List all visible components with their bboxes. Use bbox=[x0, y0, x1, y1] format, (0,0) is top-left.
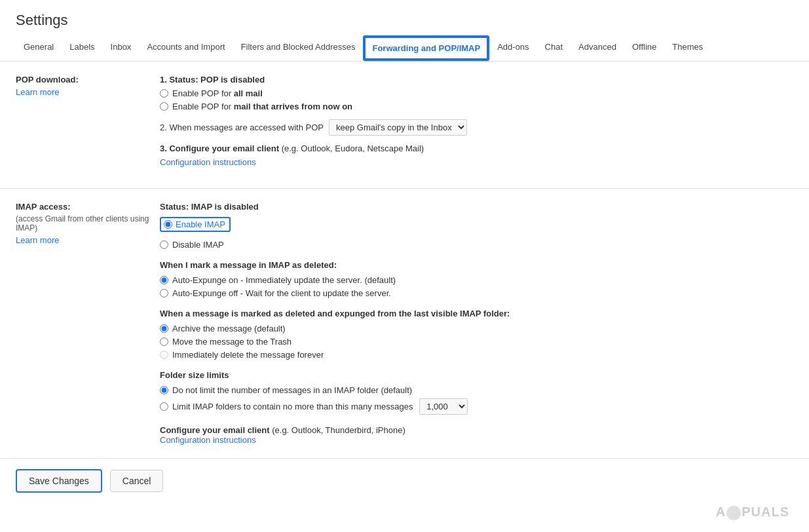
imap-limit-select[interactable]: 1,000 2,000 5,000 10,000 bbox=[419, 398, 468, 415]
imap-archive-label: Archive the message (default) bbox=[172, 324, 286, 333]
tab-labels[interactable]: Labels bbox=[62, 35, 102, 61]
tab-advanced[interactable]: Advanced bbox=[571, 35, 624, 61]
imap-auto-expunge-off-label: Auto-Expunge off - Wait for the client t… bbox=[172, 288, 391, 298]
imap-auto-expunge-on-option[interactable]: Auto-Expunge on - Immediately update the… bbox=[160, 275, 793, 285]
imap-folder-size-section: Folder size limits Do not limit the numb… bbox=[160, 370, 793, 415]
imap-when-expunged-section: When a message is marked as deleted and … bbox=[160, 309, 793, 360]
imap-archive-option[interactable]: Archive the message (default) bbox=[160, 324, 793, 333]
imap-configure-section: Configure your email client (e.g. Outloo… bbox=[160, 425, 793, 445]
imap-limit-option[interactable]: Limit IMAP folders to contain no more th… bbox=[160, 398, 793, 415]
pop-learn-more[interactable]: Learn more bbox=[16, 87, 59, 97]
tab-forwarding[interactable]: Forwarding and POP/IMAP bbox=[363, 35, 489, 61]
save-changes-button[interactable]: Save Changes bbox=[16, 469, 102, 493]
pop-enable-all-radio[interactable] bbox=[160, 89, 168, 98]
tab-general[interactable]: General bbox=[16, 35, 62, 61]
imap-limit-label: Limit IMAP folders to contain no more th… bbox=[172, 398, 468, 415]
imap-delete-forever-label: Immediately delete the message forever bbox=[172, 350, 324, 360]
imap-delete-forever-radio[interactable] bbox=[160, 351, 168, 359]
pop-enable-all-option[interactable]: Enable POP for all mail bbox=[160, 88, 793, 98]
imap-no-limit-option[interactable]: Do not limit the number of messages in a… bbox=[160, 385, 793, 395]
imap-disable-radio[interactable] bbox=[160, 240, 168, 249]
imap-auto-expunge-on-radio[interactable] bbox=[160, 276, 168, 284]
pop-configure-item: 3. Configure your email client (e.g. Out… bbox=[160, 143, 793, 167]
imap-label-sub: (access Gmail from other clients using I… bbox=[16, 214, 160, 233]
imap-label-col: IMAP access: (access Gmail from other cl… bbox=[16, 202, 160, 445]
footer-bar: Save Changes Cancel bbox=[0, 459, 809, 503]
pop-config-instructions-link[interactable]: Configuration instructions bbox=[160, 157, 256, 167]
tab-themes[interactable]: Themes bbox=[664, 35, 711, 61]
pop-enable-all-label: Enable POP for all mail bbox=[172, 88, 263, 98]
settings-nav: General Labels Inbox Accounts and Import… bbox=[0, 35, 809, 62]
imap-enable-label: Enable IMAP bbox=[176, 219, 225, 229]
imap-trash-label: Move the message to the Trash bbox=[172, 337, 292, 347]
imap-enable-option[interactable]: Enable IMAP bbox=[160, 217, 231, 232]
imap-enable-option-wrapper: Enable IMAP bbox=[160, 217, 793, 235]
tab-offline[interactable]: Offline bbox=[624, 35, 664, 61]
imap-when-deleted-section: When I mark a message in IMAP as deleted… bbox=[160, 260, 793, 298]
tab-accounts-import[interactable]: Accounts and Import bbox=[139, 35, 233, 61]
imap-content: Status: IMAP is disabled Enable IMAP Dis… bbox=[160, 202, 793, 445]
imap-disable-option[interactable]: Disable IMAP bbox=[160, 240, 793, 250]
imap-trash-option[interactable]: Move the message to the Trash bbox=[160, 337, 793, 347]
imap-auto-expunge-off-option[interactable]: Auto-Expunge off - Wait for the client t… bbox=[160, 288, 793, 298]
tab-addons[interactable]: Add-ons bbox=[489, 35, 536, 61]
imap-label-title: IMAP access: bbox=[16, 202, 160, 212]
pop-configure-label: 3. Configure your email client (e.g. Out… bbox=[160, 143, 793, 153]
pop-content: 1. Status: POP is disabled Enable POP fo… bbox=[160, 75, 793, 175]
pop-when-accessed-select[interactable]: keep Gmail's copy in the Inbox archive G… bbox=[329, 119, 467, 136]
imap-auto-expunge-on-label: Auto-Expunge on - Immediately update the… bbox=[172, 275, 396, 285]
page-title: Settings bbox=[0, 0, 809, 35]
pop-enable-from-now-option[interactable]: Enable POP for mail that arrives from no… bbox=[160, 102, 793, 111]
settings-content: POP download: Learn more 1. Status: POP … bbox=[0, 62, 809, 503]
pop-when-accessed-row: 2. When messages are accessed with POP k… bbox=[160, 119, 793, 136]
watermark: APUALS bbox=[716, 504, 789, 520]
imap-when-deleted-header: When I mark a message in IMAP as deleted… bbox=[160, 260, 793, 270]
pop-when-accessed-label: 2. When messages are accessed with POP bbox=[160, 123, 324, 132]
pop-enable-from-now-radio[interactable] bbox=[160, 102, 168, 111]
imap-no-limit-radio[interactable] bbox=[160, 386, 168, 394]
imap-enable-radio[interactable] bbox=[164, 220, 172, 229]
pop-status-label: 1. Status: POP is disabled bbox=[160, 75, 793, 85]
imap-section: IMAP access: (access Gmail from other cl… bbox=[0, 189, 809, 459]
pop-label-col: POP download: Learn more bbox=[16, 75, 160, 175]
tab-filters[interactable]: Filters and Blocked Addresses bbox=[233, 35, 364, 61]
imap-folder-size-header: Folder size limits bbox=[160, 370, 793, 380]
imap-when-expunged-header: When a message is marked as deleted and … bbox=[160, 309, 793, 318]
tab-inbox[interactable]: Inbox bbox=[103, 35, 140, 61]
pop-download-section: POP download: Learn more 1. Status: POP … bbox=[0, 62, 809, 189]
imap-configure-label: Configure your email client (e.g. Outloo… bbox=[160, 425, 793, 435]
imap-trash-radio[interactable] bbox=[160, 337, 168, 346]
pop-when-accessed-item: 2. When messages are accessed with POP k… bbox=[160, 119, 793, 136]
tab-chat[interactable]: Chat bbox=[537, 35, 571, 61]
imap-auto-expunge-off-radio[interactable] bbox=[160, 289, 168, 297]
pop-label-title: POP download: bbox=[16, 75, 160, 85]
imap-disable-label: Disable IMAP bbox=[172, 240, 224, 250]
imap-learn-more[interactable]: Learn more bbox=[16, 235, 59, 245]
pop-status-item: 1. Status: POP is disabled Enable POP fo… bbox=[160, 75, 793, 111]
imap-config-instructions-link[interactable]: Configuration instructions bbox=[160, 435, 256, 445]
imap-archive-radio[interactable] bbox=[160, 324, 168, 333]
imap-status-label: Status: IMAP is disabled bbox=[160, 202, 793, 212]
imap-delete-forever-option[interactable]: Immediately delete the message forever bbox=[160, 350, 793, 360]
cancel-button[interactable]: Cancel bbox=[110, 470, 164, 492]
imap-no-limit-label: Do not limit the number of messages in a… bbox=[172, 385, 412, 395]
imap-limit-radio[interactable] bbox=[160, 402, 168, 411]
pop-enable-from-now-label: Enable POP for mail that arrives from no… bbox=[172, 102, 352, 111]
